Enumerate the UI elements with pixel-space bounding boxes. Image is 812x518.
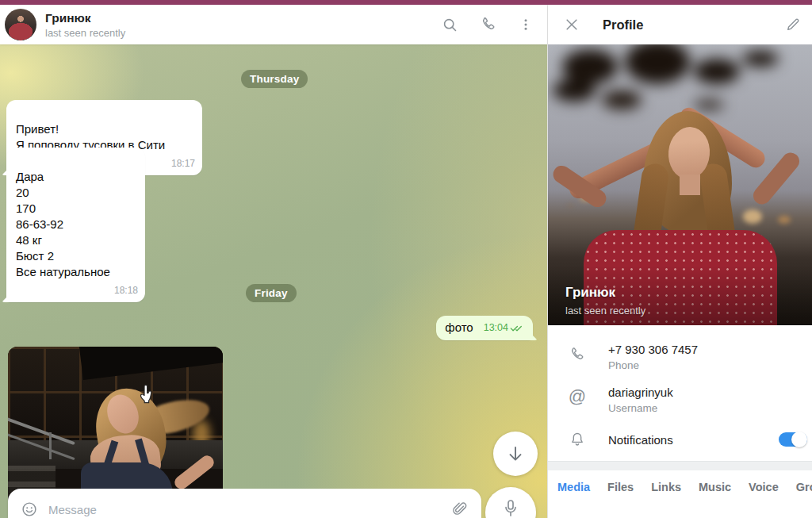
message-input[interactable] [48,503,451,516]
telegram-window: Гринюк last seen recently [0,0,812,518]
shared-media-tabs: Media Files Links Music Voice Groups [548,470,812,504]
profile-info-section: +7 930 306 7457 Phone @ dariagrinyuk Use… [548,325,812,461]
outgoing-message[interactable]: фото13:04 [436,316,533,340]
peer-status: last seen recently [45,27,125,39]
photo-art-railing-post [49,432,52,459]
notifications-row[interactable]: Notifications [548,421,812,458]
message-text: Дара 20 170 86-63-92 48 кг Бюст 2 Все на… [16,170,110,278]
profile-header: Profile [548,5,812,44]
scroll-to-bottom-button[interactable] [493,432,538,476]
emoji-button[interactable] [21,501,38,518]
profile-user-status: last seen recently [565,305,645,317]
toggle-knob [791,432,807,447]
phone-icon [480,16,497,33]
date-separator: Friday [246,284,297,302]
date-separator: Thursday [241,70,308,88]
message-time: 18:17 [171,155,195,171]
tab-files[interactable]: Files [599,481,642,493]
edit-pencil-icon [785,17,801,33]
photo-art-figure [680,175,700,195]
photo-art-tree [562,49,618,84]
profile-user-name: Гринюк [565,285,615,301]
call-button[interactable] [480,16,497,33]
profile-title: Profile [603,17,643,33]
username-label: Username [608,402,673,414]
username-value: dariagrinyuk [608,386,673,399]
at-sign-icon: @ [567,389,588,405]
paperclip-icon [451,501,469,518]
phone-row[interactable]: +7 930 306 7457 Phone [548,336,812,378]
username-row[interactable]: @ dariagrinyuk Username [548,378,812,421]
kebab-menu-icon [519,17,533,33]
tab-links[interactable]: Links [642,481,690,493]
smiley-icon [21,501,38,518]
message-time: 18:18 [114,282,138,298]
attach-button[interactable] [451,501,469,518]
message-time: 13:04 [484,320,508,336]
message-composer[interactable] [8,489,481,518]
incoming-message[interactable]: Дара 20 170 86-63-92 48 кг Бюст 2 Все на… [6,148,145,302]
profile-photo[interactable]: Гринюк last seen recently [548,44,812,325]
tab-voice[interactable]: Voice [740,481,787,493]
search-button[interactable] [442,17,458,33]
search-icon [442,17,458,33]
tab-media[interactable]: Media [549,481,599,493]
edit-contact-button[interactable] [780,12,806,37]
voice-record-button[interactable] [485,487,536,518]
phone-value: +7 930 306 7457 [608,343,698,356]
profile-panel: Profile [547,5,812,518]
chat-panel: Гринюк last seen recently [0,5,547,518]
section-divider [548,461,812,470]
bell-icon [567,431,588,448]
peer-info: Гринюк last seen recently [45,11,125,39]
notifications-toggle[interactable] [779,432,807,447]
tab-groups[interactable]: Groups [787,481,812,493]
phone-outline-icon [567,346,588,363]
notifications-label: Notifications [608,433,673,447]
tab-music[interactable]: Music [690,481,740,493]
arrow-down-icon [505,443,526,464]
peer-name: Гринюк [45,11,125,25]
avatar[interactable] [5,9,36,40]
more-menu-button[interactable] [519,17,533,33]
message-list[interactable]: Thursday Привет! Я поповоду тусовки в Си… [0,44,547,518]
double-check-icon [510,324,524,332]
microphone-icon [501,498,520,518]
phone-label: Phone [608,359,698,371]
close-icon [564,17,580,33]
chat-header[interactable]: Гринюк last seen recently [0,5,547,44]
close-profile-button[interactable] [564,17,580,33]
message-text: фото [445,320,473,334]
